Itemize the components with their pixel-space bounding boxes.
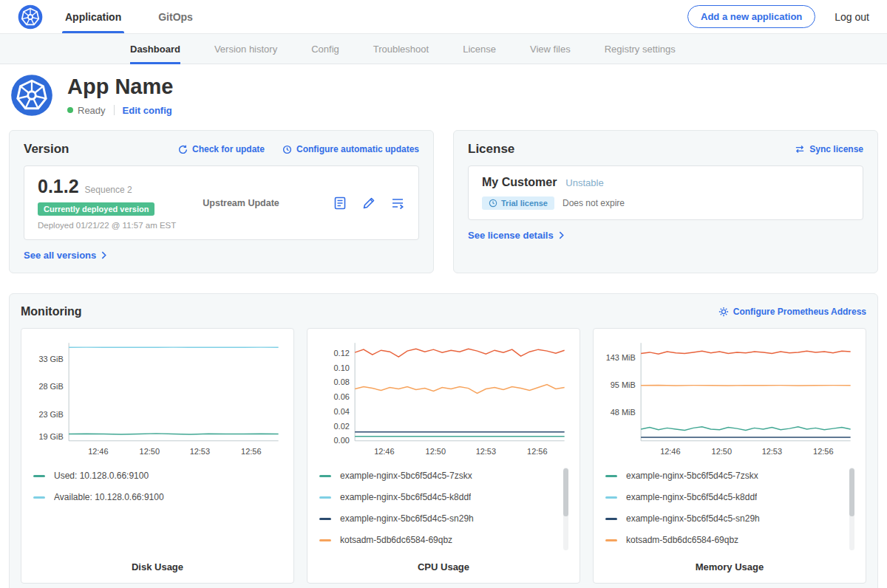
logout-link[interactable]: Log out [835, 11, 869, 23]
legend-label: example-nginx-5bc6f5d4c5-7zskx [340, 471, 472, 481]
legend-dash [605, 496, 617, 499]
legend-label: example-nginx-5bc6f5d4c5-sn29h [626, 513, 760, 524]
chart-canvas: 33 GiB28 GiB23 GiB19 GiB12:4612:5012:531… [30, 338, 285, 459]
kubernetes-logo-icon [18, 4, 43, 30]
legend-dash [319, 496, 331, 499]
chevron-right-icon [559, 231, 564, 239]
svg-text:12:46: 12:46 [88, 447, 108, 456]
legend-label: kotsadm-5db6dc6584-69qbz [340, 535, 452, 545]
legend-item: example-nginx-5bc6f5d4c5-k8ddf [605, 487, 845, 508]
svg-text:12:50: 12:50 [426, 447, 446, 456]
release-notes-icon[interactable] [333, 196, 347, 211]
license-card: License Sync license My Customer Unstabl… [453, 130, 878, 273]
app-icon [10, 74, 53, 117]
svg-text:48 MiB: 48 MiB [611, 408, 636, 417]
legend-scrollbar-thumb[interactable] [849, 468, 854, 516]
charts-row: 33 GiB28 GiB23 GiB19 GiB12:4612:5012:531… [21, 328, 866, 584]
subnav-tab-license[interactable]: License [463, 34, 496, 64]
legend-item: example-nginx-5bc6f5d4c5-7zskx [319, 465, 559, 487]
legend-label: example-nginx-5bc6f5d4c5-k8ddf [340, 492, 471, 502]
legend-dash [605, 475, 617, 477]
legend-scrollbar-thumb[interactable] [563, 468, 568, 516]
chart-canvas: 0.120.100.080.060.040.020.0012:4612:5012… [316, 338, 571, 459]
configure-automatic-updates-link[interactable]: Configure automatic updates [282, 144, 419, 154]
configure-prometheus-link[interactable]: Configure Prometheus Address [718, 307, 866, 317]
edit-config-icon[interactable] [361, 196, 376, 211]
legend-scrollbar-track [849, 468, 854, 550]
subnav-tab-version-history[interactable]: Version history [214, 34, 277, 64]
legend-dash [33, 496, 45, 499]
legend-item: example-nginx-5bc6f5d4c5-sn29h [319, 508, 559, 530]
deployed-timestamp: Deployed 01/21/22 @ 11:57 am EST [38, 221, 176, 230]
legend-dash [319, 518, 331, 520]
sync-icon [795, 145, 805, 154]
subnav-tab-view-files[interactable]: View files [530, 34, 571, 64]
sync-license-link[interactable]: Sync license [795, 144, 863, 154]
subnav-tab-registry-settings[interactable]: Registry settings [605, 34, 676, 64]
clock-refresh-icon [282, 145, 292, 154]
topnav-tab-application[interactable]: Application [62, 0, 124, 33]
current-version-box: 0.1.2 Sequence 2 Currently deployed vers… [24, 165, 419, 240]
topnav-tab-gitops[interactable]: GitOps [155, 0, 196, 33]
add-application-button[interactable]: Add a new application [687, 5, 815, 28]
subnav-tab-dashboard[interactable]: Dashboard [130, 34, 180, 64]
legend-label: example-nginx-5bc6f5d4c5-7zskx [626, 471, 758, 481]
svg-text:12:53: 12:53 [762, 447, 782, 456]
trial-license-badge: Trial license [482, 196, 554, 210]
monitoring-title: Monitoring [21, 305, 82, 318]
chart-title: Memory Usage [602, 553, 857, 572]
check-for-update-link[interactable]: Check for update [178, 144, 265, 154]
version-card: Version Check for update Configure autom… [9, 130, 434, 273]
legend-item: example-nginx-5bc6f5d4c5-7zskx [605, 465, 845, 487]
legend-item: example-nginx-5bc6f5d4c5-sn29h [605, 508, 845, 530]
legend-dash [605, 518, 617, 520]
chart-legend: example-nginx-5bc6f5d4c5-7zskxexample-ng… [316, 465, 571, 553]
legend-label: kotsadm-5db6dc6584-69qbz [626, 535, 738, 545]
edit-config-link[interactable]: Edit config [123, 105, 172, 116]
svg-text:28 GiB: 28 GiB [38, 382, 63, 391]
legend-item: kotsadm-5db6dc6584-69qbz [605, 530, 845, 551]
chart-title: Disk Usage [30, 553, 285, 572]
app-status-row: Ready Edit config [67, 105, 173, 116]
chart-canvas: 143 MiB95 MiB48 MiB12:4612:5012:5312:56 [602, 338, 857, 459]
svg-text:19 GiB: 19 GiB [38, 432, 63, 441]
legend-label: Available: 10.128.0.66:9100 [54, 492, 164, 502]
deployed-badge: Currently deployed version [38, 202, 154, 216]
version-number: 0.1.2 [38, 176, 79, 197]
svg-text:12:56: 12:56 [813, 447, 833, 456]
svg-text:12:50: 12:50 [712, 447, 732, 456]
subnav-tab-troubleshoot[interactable]: Troubleshoot [373, 34, 429, 64]
legend-label: example-nginx-5bc6f5d4c5-k8ddf [626, 492, 757, 502]
svg-text:143 MiB: 143 MiB [606, 353, 636, 362]
cards-row: Version Check for update Configure autom… [0, 130, 887, 273]
see-license-details-label: See license details [468, 230, 554, 241]
svg-text:95 MiB: 95 MiB [611, 380, 636, 389]
topnav-tabs: Application GitOps [62, 0, 227, 33]
chart-panel-memory-usage: 143 MiB95 MiB48 MiB12:4612:5012:5312:56e… [593, 328, 866, 584]
see-all-versions-link[interactable]: See all versions [24, 250, 106, 261]
see-license-details-link[interactable]: See license details [468, 230, 564, 241]
svg-text:33 GiB: 33 GiB [38, 355, 63, 363]
topnav-tab-label: Application [65, 11, 121, 23]
svg-text:12:53: 12:53 [476, 447, 496, 456]
deploy-logs-icon[interactable] [390, 196, 405, 211]
svg-text:23 GiB: 23 GiB [38, 410, 63, 419]
chart-legend: example-nginx-5bc6f5d4c5-7zskxexample-ng… [602, 465, 857, 553]
legend-dash [319, 539, 331, 541]
svg-text:0.02: 0.02 [334, 422, 350, 431]
channel-label: Unstable [565, 177, 603, 188]
chart-panel-cpu-usage: 0.120.100.080.060.040.020.0012:4612:5012… [307, 328, 580, 584]
svg-text:0.10: 0.10 [334, 363, 350, 372]
legend-dash [319, 475, 331, 477]
chart-panel-disk-usage: 33 GiB28 GiB23 GiB19 GiB12:4612:5012:531… [21, 328, 294, 584]
subnav-tab-config[interactable]: Config [311, 34, 339, 64]
topnav-right: Add a new application Log out [687, 0, 869, 33]
top-navbar: Application GitOps Add a new application… [0, 0, 887, 34]
topnav-tab-label: GitOps [158, 11, 193, 23]
legend-item: example-nginx-5bc6f5d4c5-k8ddf [319, 487, 559, 508]
sequence-label: Sequence 2 [85, 185, 132, 195]
see-all-versions-label: See all versions [24, 250, 96, 261]
chart-title: CPU Usage [316, 553, 571, 572]
svg-text:12:46: 12:46 [660, 447, 680, 456]
app-title: App Name [67, 75, 173, 99]
